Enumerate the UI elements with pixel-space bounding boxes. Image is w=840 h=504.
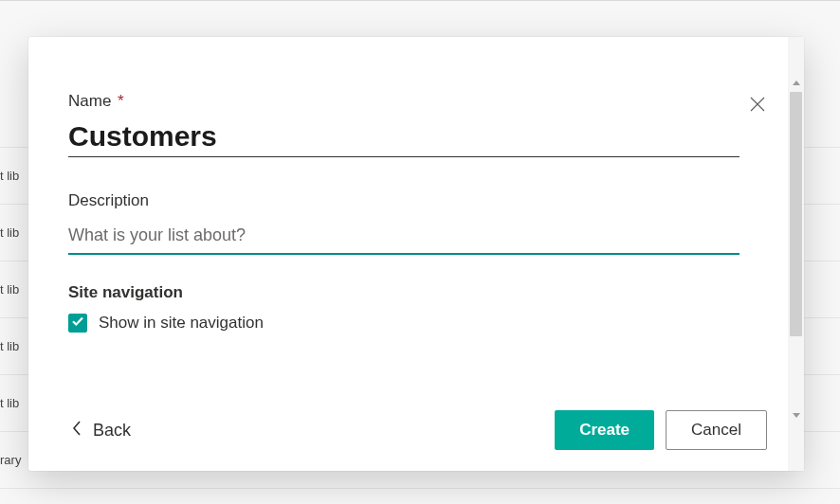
site-navigation-section: Site navigation Show in site navigation <box>68 283 767 333</box>
scroll-down-icon <box>788 407 804 423</box>
description-input[interactable] <box>68 218 740 255</box>
description-field: Description <box>68 191 740 255</box>
show-in-nav-label: Show in site navigation <box>99 314 264 333</box>
close-icon <box>750 97 765 115</box>
back-label: Back <box>93 421 131 441</box>
bg-row-text: rary <box>0 453 21 467</box>
dialog-body: Name * Description Site navigation Show … <box>28 37 788 471</box>
panel-scrollbar[interactable] <box>788 37 804 471</box>
name-label: Name * <box>68 92 740 111</box>
create-list-dialog: Name * Description Site navigation Show … <box>28 37 804 471</box>
name-label-text: Name <box>68 92 111 110</box>
back-button[interactable]: Back <box>68 414 135 447</box>
scroll-thumb[interactable] <box>790 92 802 336</box>
cancel-button[interactable]: Cancel <box>666 410 767 450</box>
site-navigation-label: Site navigation <box>68 283 767 302</box>
footer-right-buttons: Create Cancel <box>555 410 767 450</box>
bg-row-text: t lib <box>0 169 19 183</box>
bg-row-text: t lib <box>0 339 19 353</box>
checkmark-icon <box>71 315 84 332</box>
name-input[interactable] <box>68 118 740 157</box>
close-button[interactable] <box>744 92 771 118</box>
chevron-left-icon <box>72 420 83 441</box>
bg-row-text: t lib <box>0 396 19 410</box>
bg-row-text: t lib <box>0 225 19 240</box>
bg-row-text: t lib <box>0 282 19 297</box>
dialog-footer: Back Create Cancel <box>68 410 767 450</box>
name-field: Name * <box>68 92 740 157</box>
scroll-up-icon <box>788 75 804 91</box>
show-in-nav-row: Show in site navigation <box>68 314 767 333</box>
show-in-nav-checkbox[interactable] <box>68 314 87 333</box>
required-marker: * <box>118 92 124 110</box>
description-label: Description <box>68 191 740 210</box>
create-button[interactable]: Create <box>555 410 654 450</box>
